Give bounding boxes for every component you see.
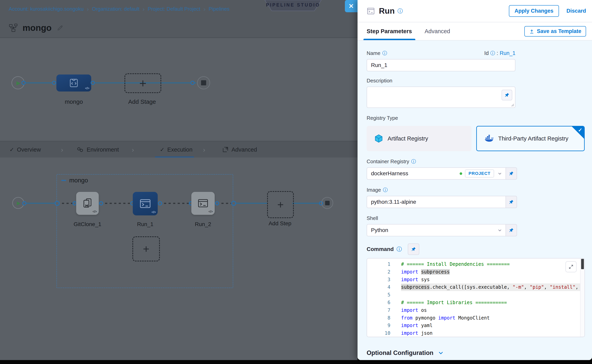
editor-scrollbar[interactable] bbox=[580, 259, 585, 337]
info-icon[interactable]: ⓘ bbox=[397, 246, 402, 253]
code-line: import os bbox=[401, 306, 580, 314]
code-line: import json bbox=[401, 329, 580, 337]
runtime-input-pin-button[interactable] bbox=[505, 224, 517, 236]
shell-field: Python bbox=[367, 224, 517, 236]
code-line: # ====== Import Libraries =========== bbox=[401, 299, 580, 306]
tab-execution[interactable]: ✓ Execution bbox=[160, 141, 193, 158]
optional-configuration-toggle[interactable]: Optional Configuration bbox=[367, 349, 592, 357]
shell-select[interactable]: Python bbox=[367, 224, 505, 236]
selected-check-icon: ✓ bbox=[578, 127, 582, 133]
code-line: subprocess.check_call([sys.executable, "… bbox=[401, 283, 580, 291]
description-field-label: Description bbox=[367, 78, 592, 84]
discard-button[interactable]: Discard bbox=[566, 8, 586, 14]
connector-port[interactable] bbox=[215, 201, 219, 206]
breadcrumb-pipelines[interactable]: Pipelines bbox=[209, 6, 230, 12]
code-badge-icon: </> bbox=[151, 210, 156, 214]
connector-port[interactable] bbox=[52, 81, 56, 85]
tab-advanced-drawer[interactable]: Advanced bbox=[425, 28, 450, 35]
breadcrumb-project[interactable]: Project: Default Project bbox=[148, 6, 201, 12]
registry-option-third-party[interactable]: Third-Party Artifact Registry ✓ bbox=[476, 126, 585, 151]
name-input[interactable]: Run_1 bbox=[367, 59, 515, 71]
stage-tab-bar: ✓ Overview › Environment › ✓ Execution ›… bbox=[0, 141, 357, 158]
runtime-input-pin-button[interactable] bbox=[505, 196, 517, 208]
editor-scrollbar-thumb[interactable] bbox=[581, 259, 584, 269]
tab-environment-label: Environment bbox=[87, 146, 119, 153]
stage-node-mongo[interactable]: </> bbox=[56, 74, 91, 91]
apply-changes-button[interactable]: Apply Changes bbox=[509, 5, 559, 17]
step-node-gitclone[interactable]: </> bbox=[76, 192, 99, 215]
expand-editor-button[interactable] bbox=[565, 261, 577, 272]
connector-port[interactable] bbox=[231, 201, 236, 206]
code-badge-icon: </> bbox=[85, 86, 89, 90]
step-node-run2[interactable]: </> bbox=[191, 192, 215, 215]
edit-pipeline-name-icon[interactable] bbox=[57, 25, 63, 31]
terminal-icon bbox=[197, 198, 209, 209]
runtime-input-pin-button[interactable] bbox=[408, 243, 419, 255]
step-label: Run_2 bbox=[186, 221, 220, 228]
add-step-button[interactable]: + bbox=[267, 191, 294, 218]
step-id-value[interactable]: Run_1 bbox=[500, 50, 515, 56]
connector-port[interactable] bbox=[21, 81, 26, 85]
code-area[interactable]: 1# ====== Install Dependencies ======== … bbox=[367, 259, 580, 337]
code-line: import subprocess bbox=[401, 268, 580, 276]
registry-option-artifact-registry[interactable]: Artifact Registry bbox=[367, 126, 471, 151]
shell-label-text: Shell bbox=[367, 215, 378, 221]
info-icon[interactable]: ⓘ bbox=[411, 158, 416, 165]
execution-end-node bbox=[321, 197, 333, 209]
breadcrumb-separator-icon: › bbox=[204, 6, 206, 13]
tab-overview[interactable]: ✓ Overview bbox=[9, 141, 41, 158]
line-number: 10 bbox=[367, 329, 390, 337]
runtime-input-pin-button[interactable] bbox=[505, 167, 517, 180]
resize-handle-icon[interactable] bbox=[511, 103, 514, 106]
pipeline-title-bar: mongo VISUAL YAML bbox=[0, 18, 357, 38]
tab-step-parameters[interactable]: Step Parameters bbox=[367, 28, 412, 35]
description-textarea[interactable] bbox=[367, 87, 515, 108]
info-icon[interactable]: ⓘ bbox=[490, 50, 495, 56]
step-type-title: Run bbox=[379, 6, 395, 16]
close-drawer-button[interactable]: ✕ bbox=[345, 0, 357, 12]
close-icon: ✕ bbox=[349, 2, 354, 10]
tab-advanced[interactable]: Advanced bbox=[222, 141, 257, 158]
connector-port[interactable] bbox=[158, 201, 162, 206]
tab-environment[interactable]: Environment bbox=[77, 141, 119, 158]
description-label-text: Description bbox=[367, 78, 392, 84]
connector-port[interactable] bbox=[190, 81, 195, 85]
check-icon: ✓ bbox=[9, 146, 14, 153]
line-number: 8 bbox=[367, 314, 390, 322]
breadcrumb-separator-icon: › bbox=[143, 6, 145, 13]
image-input-value: python:3.11-alpine bbox=[371, 199, 502, 205]
step-edge-dotted bbox=[217, 203, 233, 204]
add-step-below-button[interactable]: + bbox=[132, 236, 160, 261]
tab-advanced-label: Advanced bbox=[231, 146, 257, 153]
git-clone-icon bbox=[82, 198, 93, 209]
pipeline-studio-badge-label: PIPELINE STUDIO bbox=[264, 2, 322, 8]
pin-icon bbox=[504, 92, 510, 98]
breadcrumb-separator-icon: › bbox=[87, 6, 89, 13]
info-icon[interactable]: ⓘ bbox=[382, 50, 387, 56]
breadcrumb-organization[interactable]: Organization: default bbox=[92, 6, 140, 12]
runtime-input-pin-button[interactable] bbox=[502, 90, 512, 100]
connector-port[interactable] bbox=[99, 201, 103, 206]
info-icon[interactable]: ⓘ bbox=[397, 7, 403, 15]
container-registry-select[interactable]: dockerHarness PROJECT bbox=[367, 167, 505, 180]
chevron-right-icon: › bbox=[132, 141, 134, 158]
line-number: 1 bbox=[367, 260, 390, 268]
add-stage-button[interactable]: + bbox=[124, 73, 161, 93]
step-node-run1[interactable]: </> bbox=[133, 192, 158, 215]
registry-option-label: Third-Party Artifact Registry bbox=[498, 135, 568, 142]
connector-port[interactable] bbox=[55, 201, 60, 206]
artifact-registry-icon bbox=[374, 134, 383, 143]
breadcrumb-account[interactable]: Account: kurosakiichigo.songoku bbox=[9, 6, 84, 12]
connector-port[interactable] bbox=[22, 201, 27, 206]
save-as-template-button[interactable]: Save as Template bbox=[524, 26, 586, 37]
pipeline-icon bbox=[9, 23, 18, 32]
step-group-mongo: mongo bbox=[56, 174, 233, 288]
command-code-editor[interactable]: 1# ====== Install Dependencies ======== … bbox=[367, 258, 585, 337]
image-input[interactable]: python:3.11-alpine bbox=[367, 196, 505, 208]
image-label-text: Image bbox=[367, 187, 381, 193]
docker-icon bbox=[484, 135, 494, 143]
connector-port[interactable] bbox=[91, 81, 95, 85]
info-icon[interactable]: ⓘ bbox=[383, 187, 388, 193]
collapse-group-icon[interactable] bbox=[61, 180, 66, 181]
step-label: Run_1 bbox=[128, 221, 162, 228]
